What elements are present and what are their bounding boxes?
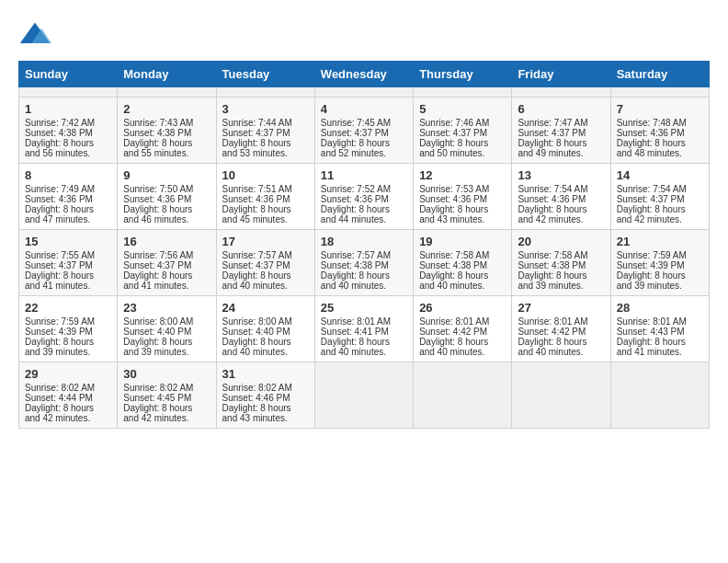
- daylight-label: Daylight: 8 hours and 42 minutes.: [123, 403, 192, 423]
- day-number: 27: [518, 301, 604, 315]
- day-number: 19: [419, 235, 506, 248]
- calendar-week-row: 1 Sunrise: 7:42 AM Sunset: 4:38 PM Dayli…: [19, 98, 710, 164]
- day-number: 3: [222, 102, 309, 116]
- day-number: 7: [617, 102, 703, 116]
- sunrise-label: Sunrise: 8:01 AM: [518, 316, 587, 327]
- calendar-cell: 13 Sunrise: 7:54 AM Sunset: 4:36 PM Dayl…: [512, 164, 610, 230]
- daylight-label: Daylight: 8 hours and 39 minutes.: [518, 270, 586, 291]
- sunset-label: Sunset: 4:36 PM: [518, 194, 586, 204]
- daylight-label: Daylight: 8 hours and 40 minutes.: [222, 270, 291, 291]
- daylight-label: Daylight: 8 hours and 56 minutes.: [25, 138, 94, 158]
- calendar-cell: 3 Sunrise: 7:44 AM Sunset: 4:37 PM Dayli…: [216, 98, 314, 164]
- sunrise-label: Sunrise: 8:01 AM: [419, 316, 489, 327]
- day-number: 13: [518, 168, 604, 182]
- sunrise-label: Sunrise: 7:58 AM: [518, 250, 587, 260]
- calendar-table: SundayMondayTuesdayWednesdayThursdayFrid…: [18, 61, 710, 429]
- daylight-label: Daylight: 8 hours and 43 minutes.: [222, 403, 291, 423]
- sunset-label: Sunset: 4:36 PM: [419, 194, 487, 204]
- sunrise-label: Sunrise: 8:02 AM: [25, 383, 95, 393]
- calendar-week-row: 8 Sunrise: 7:49 AM Sunset: 4:36 PM Dayli…: [19, 164, 710, 230]
- calendar-cell: [216, 87, 314, 98]
- calendar-cell: 12 Sunrise: 7:53 AM Sunset: 4:36 PM Dayl…: [414, 164, 512, 230]
- calendar-header-row: SundayMondayTuesdayWednesdayThursdayFrid…: [19, 62, 710, 87]
- sunset-label: Sunset: 4:36 PM: [321, 194, 389, 204]
- calendar-cell: 8 Sunrise: 7:49 AM Sunset: 4:36 PM Dayli…: [19, 164, 118, 230]
- sunset-label: Sunset: 4:42 PM: [518, 327, 586, 337]
- daylight-label: Daylight: 8 hours and 41 minutes.: [617, 337, 686, 357]
- day-number: 11: [321, 168, 407, 182]
- calendar-cell: [512, 362, 610, 429]
- calendar-cell: 29 Sunrise: 8:02 AM Sunset: 4:44 PM Dayl…: [19, 362, 118, 429]
- calendar-cell: 28 Sunrise: 8:01 AM Sunset: 4:43 PM Dayl…: [610, 296, 709, 362]
- calendar-cell: 27 Sunrise: 8:01 AM Sunset: 4:42 PM Dayl…: [512, 296, 610, 362]
- sunset-label: Sunset: 4:37 PM: [123, 260, 191, 270]
- daylight-label: Daylight: 8 hours and 40 minutes.: [222, 337, 291, 357]
- day-number: 9: [123, 168, 210, 182]
- daylight-label: Daylight: 8 hours and 40 minutes.: [419, 337, 488, 357]
- col-header-monday: Monday: [118, 62, 216, 87]
- calendar-week-row: 15 Sunrise: 7:55 AM Sunset: 4:37 PM Dayl…: [19, 230, 710, 296]
- daylight-label: Daylight: 8 hours and 41 minutes.: [25, 270, 94, 291]
- calendar-cell: 16 Sunrise: 7:56 AM Sunset: 4:37 PM Dayl…: [118, 230, 216, 296]
- daylight-label: Daylight: 8 hours and 46 minutes.: [123, 204, 192, 224]
- sunrise-label: Sunrise: 7:44 AM: [222, 118, 292, 128]
- daylight-label: Daylight: 8 hours and 42 minutes.: [518, 204, 586, 224]
- sunrise-label: Sunrise: 7:45 AM: [321, 118, 391, 128]
- day-number: 1: [25, 102, 111, 116]
- day-number: 20: [518, 235, 604, 248]
- calendar-cell: 5 Sunrise: 7:46 AM Sunset: 4:37 PM Dayli…: [414, 98, 512, 164]
- calendar-cell: 31 Sunrise: 8:02 AM Sunset: 4:46 PM Dayl…: [216, 362, 314, 429]
- calendar-cell: [19, 87, 118, 98]
- calendar-cell: 21 Sunrise: 7:59 AM Sunset: 4:39 PM Dayl…: [610, 230, 709, 296]
- day-number: 10: [222, 168, 309, 182]
- daylight-label: Daylight: 8 hours and 42 minutes.: [25, 403, 94, 423]
- calendar-week-row: [19, 87, 710, 98]
- sunrise-label: Sunrise: 8:02 AM: [123, 383, 193, 393]
- sunset-label: Sunset: 4:40 PM: [222, 327, 290, 337]
- calendar-cell: [610, 362, 709, 429]
- daylight-label: Daylight: 8 hours and 49 minutes.: [518, 138, 586, 158]
- sunset-label: Sunset: 4:36 PM: [25, 194, 93, 204]
- sunrise-label: Sunrise: 8:00 AM: [222, 316, 292, 327]
- day-number: 17: [222, 235, 309, 248]
- daylight-label: Daylight: 8 hours and 40 minutes.: [321, 270, 390, 291]
- daylight-label: Daylight: 8 hours and 55 minutes.: [123, 138, 192, 158]
- day-number: 31: [222, 367, 309, 381]
- sunrise-label: Sunrise: 7:53 AM: [419, 184, 489, 194]
- sunrise-label: Sunrise: 7:47 AM: [518, 118, 587, 128]
- calendar-cell: 22 Sunrise: 7:59 AM Sunset: 4:39 PM Dayl…: [19, 296, 118, 362]
- calendar-cell: [414, 362, 512, 429]
- sunset-label: Sunset: 4:37 PM: [617, 194, 685, 204]
- calendar-cell: 11 Sunrise: 7:52 AM Sunset: 4:36 PM Dayl…: [314, 164, 413, 230]
- sunset-label: Sunset: 4:43 PM: [617, 327, 685, 337]
- sunset-label: Sunset: 4:42 PM: [419, 327, 487, 337]
- sunset-label: Sunset: 4:37 PM: [518, 128, 586, 138]
- daylight-label: Daylight: 8 hours and 39 minutes.: [25, 337, 94, 357]
- calendar-cell: 10 Sunrise: 7:51 AM Sunset: 4:36 PM Dayl…: [216, 164, 314, 230]
- daylight-label: Daylight: 8 hours and 42 minutes.: [617, 204, 686, 224]
- sunset-label: Sunset: 4:44 PM: [25, 393, 93, 403]
- sunset-label: Sunset: 4:39 PM: [25, 327, 93, 337]
- calendar-cell: 20 Sunrise: 7:58 AM Sunset: 4:38 PM Dayl…: [512, 230, 610, 296]
- day-number: 28: [617, 301, 703, 315]
- calendar-cell: 15 Sunrise: 7:55 AM Sunset: 4:37 PM Dayl…: [19, 230, 118, 296]
- sunrise-label: Sunrise: 7:48 AM: [617, 118, 687, 128]
- daylight-label: Daylight: 8 hours and 40 minutes.: [518, 337, 586, 357]
- calendar-cell: [118, 87, 216, 98]
- calendar-cell: [414, 87, 512, 98]
- sunset-label: Sunset: 4:41 PM: [321, 327, 389, 337]
- sunset-label: Sunset: 4:37 PM: [25, 260, 93, 270]
- daylight-label: Daylight: 8 hours and 53 minutes.: [222, 138, 291, 158]
- calendar-cell: 30 Sunrise: 8:02 AM Sunset: 4:45 PM Dayl…: [118, 362, 216, 429]
- calendar-cell: [314, 362, 413, 429]
- sunset-label: Sunset: 4:46 PM: [222, 393, 290, 403]
- calendar-cell: 18 Sunrise: 7:57 AM Sunset: 4:38 PM Dayl…: [314, 230, 413, 296]
- day-number: 22: [25, 301, 111, 315]
- calendar-cell: 6 Sunrise: 7:47 AM Sunset: 4:37 PM Dayli…: [512, 98, 610, 164]
- day-number: 14: [617, 168, 703, 182]
- calendar-cell: [610, 87, 709, 98]
- day-number: 4: [321, 102, 407, 116]
- sunrise-label: Sunrise: 7:52 AM: [321, 184, 391, 194]
- sunset-label: Sunset: 4:39 PM: [617, 260, 685, 270]
- sunset-label: Sunset: 4:37 PM: [222, 260, 290, 270]
